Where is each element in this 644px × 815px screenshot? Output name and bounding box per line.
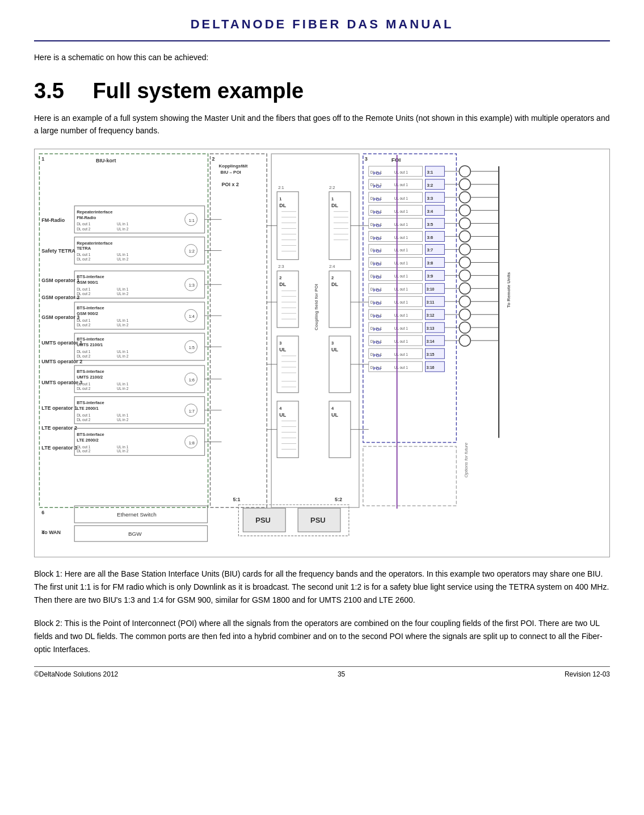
svg-text:DL: DL (331, 282, 338, 287)
svg-rect-112 (277, 271, 298, 327)
svg-point-208 (459, 257, 470, 268)
svg-text:UL out 1: UL out 1 (394, 352, 409, 356)
svg-text:UL out 1: UL out 1 (394, 170, 409, 174)
svg-text:Ethernet Switch: Ethernet Switch (117, 511, 157, 518)
svg-text:FOI: FOI (373, 197, 381, 202)
page-title: DELTANODE FIBER DAS MANUAL (34, 11, 610, 41)
svg-rect-121 (277, 336, 298, 393)
svg-text:3:7: 3:7 (427, 247, 433, 253)
svg-text:FOI: FOI (373, 314, 381, 319)
svg-text:To WAN: To WAN (41, 530, 61, 535)
svg-text:UMTS operator 1: UMTS operator 1 (41, 340, 82, 346)
svg-text:FOI: FOI (373, 249, 381, 254)
footer: ©DeltaNode Solutions 2012 35 Revision 12… (34, 666, 610, 678)
svg-text:3:4: 3:4 (427, 208, 433, 213)
svg-text:DL in 1: DL in 1 (371, 248, 382, 252)
svg-text:DL out 1: DL out 1 (77, 253, 91, 257)
svg-rect-245 (369, 348, 423, 359)
svg-text:1:8: 1:8 (189, 440, 195, 445)
svg-rect-194 (425, 231, 444, 241)
svg-text:1: 1 (279, 196, 281, 201)
svg-text:UL out 1: UL out 1 (394, 183, 409, 187)
svg-text:UL in 1: UL in 1 (117, 382, 129, 386)
svg-text:POI x 2: POI x 2 (221, 182, 238, 187)
section-desc: Here is an example of a full system show… (34, 112, 610, 137)
svg-text:Repeaterinterface: Repeaterinterface (77, 209, 112, 214)
svg-text:FOI: FOI (373, 353, 381, 358)
svg-text:FOI: FOI (373, 236, 381, 241)
svg-point-202 (459, 243, 470, 255)
svg-rect-327 (298, 508, 340, 532)
svg-text:FOI: FOI (373, 288, 381, 293)
svg-text:GSM operator 2: GSM operator 2 (41, 295, 79, 300)
svg-text:UL: UL (331, 347, 338, 352)
svg-rect-173 (369, 192, 423, 203)
svg-rect-72 (74, 397, 204, 424)
svg-text:3:3: 3:3 (427, 196, 433, 201)
svg-point-196 (459, 230, 470, 242)
svg-text:3: 3 (365, 156, 368, 162)
svg-text:DL in 1: DL in 1 (371, 300, 382, 304)
svg-rect-212 (425, 270, 444, 280)
svg-text:GSM operator 1: GSM operator 1 (41, 278, 79, 283)
svg-text:FOI: FOI (373, 209, 381, 215)
svg-text:UL in 1: UL in 1 (117, 413, 129, 417)
svg-text:FM-Radio: FM-Radio (77, 215, 96, 220)
svg-text:LTE 2600/2: LTE 2600/2 (77, 437, 98, 442)
svg-rect-154 (329, 401, 351, 458)
svg-text:UL out 1: UL out 1 (394, 222, 409, 226)
svg-text:1:5: 1:5 (189, 345, 195, 350)
svg-rect-248 (425, 348, 444, 359)
svg-point-166 (459, 166, 470, 177)
svg-text:DL in 1: DL in 1 (371, 196, 382, 200)
svg-text:GSM operator 3: GSM operator 3 (41, 314, 79, 320)
svg-text:UL out 1: UL out 1 (394, 326, 409, 330)
svg-point-220 (459, 283, 470, 294)
svg-point-70 (185, 373, 197, 385)
svg-rect-233 (369, 322, 423, 333)
svg-text:1:4: 1:4 (189, 314, 195, 319)
svg-text:DL out 1: DL out 1 (77, 221, 91, 225)
svg-text:DL out 1: DL out 1 (77, 444, 91, 448)
svg-text:DL: DL (279, 282, 286, 287)
svg-text:UL in 2: UL in 2 (117, 292, 129, 296)
svg-text:DL out 2: DL out 2 (77, 226, 91, 230)
svg-text:DL in 1: DL in 1 (371, 339, 382, 343)
svg-text:DL in 1: DL in 1 (371, 183, 382, 187)
diagram: 1 BIU-kort 2 Kopplingsfält BIU – POI POI… (34, 149, 610, 557)
svg-point-79 (185, 404, 197, 417)
svg-point-214 (459, 270, 470, 281)
svg-text:DL out 2: DL out 2 (77, 449, 91, 453)
svg-text:1:3: 1:3 (189, 283, 195, 288)
svg-text:DL out 1: DL out 1 (77, 350, 91, 354)
footer-left: ©DeltaNode Solutions 2012 (34, 670, 118, 678)
svg-text:3:16: 3:16 (426, 366, 434, 369)
svg-rect-236 (425, 322, 444, 333)
svg-text:FOI: FOI (373, 366, 381, 371)
svg-text:UL out 1: UL out 1 (394, 274, 409, 278)
svg-text:Kopplingsfält: Kopplingsfält (219, 163, 248, 169)
svg-text:3: 3 (279, 341, 281, 346)
svg-text:DL in 1: DL in 1 (371, 366, 382, 369)
svg-text:3:10: 3:10 (426, 287, 434, 291)
svg-rect-130 (277, 401, 298, 458)
svg-text:FOI: FOI (373, 222, 381, 228)
svg-text:UL in 1: UL in 1 (117, 444, 129, 448)
svg-text:BTS-interface: BTS-interface (77, 337, 104, 342)
svg-text:BTS-interface: BTS-interface (77, 369, 104, 374)
svg-text:2:1: 2:1 (278, 185, 284, 190)
svg-text:2: 2 (331, 275, 334, 280)
svg-text:FM-Radio: FM-Radio (41, 217, 65, 222)
svg-rect-215 (369, 283, 423, 293)
svg-text:LTE operator 1: LTE operator 1 (41, 405, 77, 411)
svg-text:DL out 2: DL out 2 (77, 292, 91, 296)
svg-text:DL out 1: DL out 1 (77, 413, 91, 417)
svg-rect-101 (277, 192, 298, 260)
svg-rect-221 (369, 296, 423, 306)
svg-text:BTS-interface: BTS-interface (77, 431, 104, 436)
svg-text:3:9: 3:9 (427, 274, 433, 279)
svg-text:GSM 900/2: GSM 900/2 (77, 311, 98, 316)
svg-text:BGW: BGW (128, 531, 142, 537)
svg-text:2: 2 (212, 156, 215, 162)
svg-text:UMTS 2100/1: UMTS 2100/1 (77, 342, 103, 347)
